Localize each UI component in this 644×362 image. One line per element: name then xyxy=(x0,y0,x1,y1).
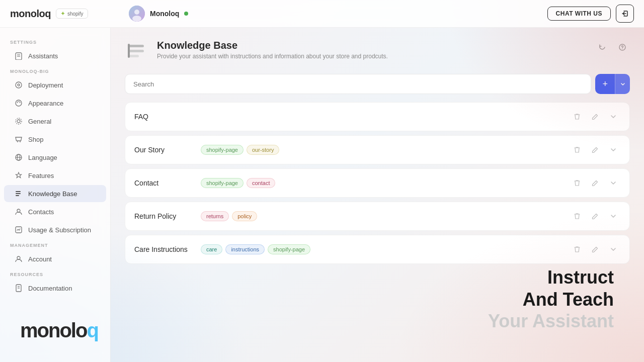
kb-item: Care Instructions care instructions shop… xyxy=(125,235,630,264)
search-input[interactable] xyxy=(125,74,591,94)
sidebar-item-documentation[interactable]: Documentation xyxy=(4,280,106,297)
tag: policy xyxy=(232,211,257,221)
chevron-down-icon xyxy=(610,246,617,253)
edit-button[interactable] xyxy=(588,209,602,223)
topbar-user: Monoloq xyxy=(129,6,539,22)
login-button[interactable] xyxy=(616,5,634,23)
features-icon xyxy=(14,171,23,180)
svg-point-8 xyxy=(16,100,22,106)
sidebar-item-language[interactable]: Language xyxy=(4,149,106,166)
kb-item-actions xyxy=(570,209,620,223)
appearance-icon xyxy=(14,99,23,108)
expand-button[interactable] xyxy=(606,176,620,190)
sidebar-item-shop[interactable]: Shop xyxy=(4,131,106,148)
login-icon xyxy=(621,10,629,18)
delete-button[interactable] xyxy=(570,242,584,256)
sidebar-label-language: Language xyxy=(28,154,57,161)
sidebar-label-deployment: Deployment xyxy=(28,81,63,89)
tagline-line2: And Teach xyxy=(488,289,614,310)
sidebar-item-account[interactable]: Account xyxy=(4,250,106,267)
edit-icon xyxy=(592,146,599,153)
sidebar-item-features[interactable]: Features xyxy=(4,167,106,184)
edit-button[interactable] xyxy=(588,143,602,157)
sidebar-item-deployment[interactable]: Deployment xyxy=(4,76,106,94)
trash-icon xyxy=(574,113,581,120)
sidebar-section-management: MANAGEMENT xyxy=(0,239,110,250)
tag: returns xyxy=(201,211,229,221)
sidebar-item-knowledge-base[interactable]: Knowledge Base xyxy=(4,185,106,202)
refresh-button[interactable] xyxy=(595,40,610,55)
tagline-line3: Your Assistant xyxy=(488,310,614,332)
sidebar-section-settings: SETTINGS xyxy=(0,36,110,47)
svg-point-6 xyxy=(16,82,22,88)
edit-icon xyxy=(592,246,599,253)
kb-item-name: Return Policy xyxy=(134,212,195,220)
add-icon: + xyxy=(602,79,608,89)
add-btn-group: + xyxy=(595,74,630,94)
topbar: monoloq ✦ shopify xyxy=(0,0,644,28)
tag: our-story xyxy=(247,145,279,155)
sidebar-item-assistants-label: Assistants xyxy=(28,52,58,60)
user-name: Monoloq xyxy=(150,10,179,18)
bottom-right-tagline: Instruct And Teach Your Assistant xyxy=(488,266,614,332)
tag: shopify-page xyxy=(201,145,244,155)
search-bar-row: + xyxy=(125,74,630,94)
chat-with-us-button[interactable]: CHAT WITH US xyxy=(547,7,611,21)
edit-icon xyxy=(592,213,599,220)
sidebar-item-contacts[interactable]: Contacts xyxy=(4,203,106,220)
delete-button[interactable] xyxy=(570,110,584,124)
edit-button[interactable] xyxy=(588,176,602,190)
logo-text: monoloq xyxy=(10,8,51,20)
tag: care xyxy=(201,244,222,254)
add-button[interactable]: + xyxy=(595,74,615,94)
kb-item-tags: care instructions shopify-page xyxy=(201,244,564,254)
kb-actions xyxy=(595,40,630,55)
chevron-down-icon xyxy=(620,81,625,86)
expand-button[interactable] xyxy=(606,110,620,124)
expand-button[interactable] xyxy=(606,143,620,157)
trash-icon xyxy=(574,179,581,187)
bottom-branding: monoloq xyxy=(20,319,98,342)
chevron-down-icon xyxy=(610,213,617,220)
sidebar-item-appearance[interactable]: Appearance xyxy=(4,95,106,112)
kb-header: Knowledge Base Provide your assistant wi… xyxy=(125,40,630,64)
delete-button[interactable] xyxy=(570,143,584,157)
expand-button[interactable] xyxy=(606,242,620,256)
sidebar-item-general[interactable]: General xyxy=(4,113,106,130)
expand-button[interactable] xyxy=(606,209,620,223)
kb-item-name: Care Instructions xyxy=(134,245,195,253)
contacts-icon xyxy=(14,207,23,216)
sidebar-label-knowledge-base: Knowledge Base xyxy=(28,190,77,198)
usage-icon xyxy=(14,225,23,234)
bottom-logo: monoloq xyxy=(20,319,98,342)
sidebar-item-usage[interactable]: Usage & Subscription xyxy=(4,221,106,238)
shop-icon xyxy=(14,135,23,144)
svg-point-9 xyxy=(17,120,20,123)
kb-list: FAQ xyxy=(125,102,630,268)
deployment-icon xyxy=(14,80,23,89)
svg-point-10 xyxy=(16,118,22,124)
edit-button[interactable] xyxy=(588,110,602,124)
kb-item-actions xyxy=(570,176,620,190)
sidebar-item-assistants[interactable]: Assistants xyxy=(4,47,106,64)
knowledge-base-icon xyxy=(14,189,23,198)
sidebar-label-contacts: Contacts xyxy=(28,208,54,216)
svg-point-1 xyxy=(134,10,139,15)
shopify-leaf-icon: ✦ xyxy=(60,10,65,17)
delete-button[interactable] xyxy=(570,209,584,223)
shopify-label: shopify xyxy=(67,11,84,17)
help-button[interactable] xyxy=(615,40,630,55)
svg-point-7 xyxy=(18,84,20,86)
assistants-icon xyxy=(14,51,23,60)
edit-icon xyxy=(592,179,599,187)
svg-rect-28 xyxy=(128,44,130,58)
svg-rect-27 xyxy=(129,55,139,57)
tag: shopify-page xyxy=(201,178,244,188)
delete-button[interactable] xyxy=(570,176,584,190)
kb-item-actions xyxy=(570,242,620,256)
edit-button[interactable] xyxy=(588,242,602,256)
page-title: Knowledge Base xyxy=(157,40,587,51)
add-dropdown-button[interactable] xyxy=(615,74,630,94)
svg-point-11 xyxy=(17,141,18,142)
kb-item: FAQ xyxy=(125,102,630,131)
